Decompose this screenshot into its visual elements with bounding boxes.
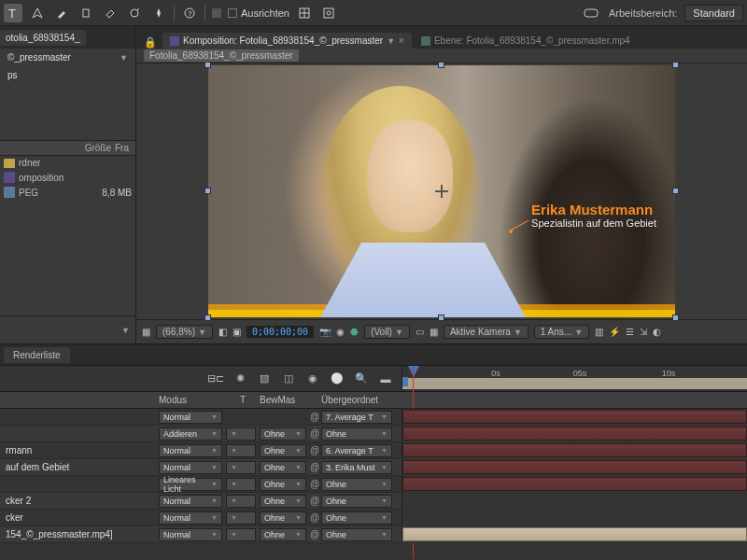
- pixel-aspect-icon[interactable]: ▥: [595, 327, 603, 337]
- pickwhip-icon[interactable]: @: [308, 529, 321, 539]
- blend-mode-dropdown[interactable]: Normal▼: [159, 411, 222, 424]
- bounds-icon[interactable]: [319, 4, 338, 22]
- timecode-display[interactable]: 0;00;00;00: [247, 326, 314, 338]
- blend-mode-dropdown[interactable]: Normal▼: [159, 511, 222, 525]
- layer-bar[interactable]: [402, 443, 747, 457]
- layer-row[interactable]: Addieren▼ ▼ Ohne▼ @ Ohne▼: [0, 426, 402, 442]
- parent-dropdown[interactable]: 6. Average T▼: [321, 444, 392, 457]
- lock-icon[interactable]: 🔒: [140, 36, 161, 49]
- parent-dropdown[interactable]: Ohne▼: [321, 427, 392, 441]
- foreground-swatch[interactable]: [211, 7, 222, 19]
- trackmatte-dropdown[interactable]: Ohne▼: [260, 528, 306, 541]
- help-icon[interactable]: ?: [180, 4, 199, 22]
- align-checkbox[interactable]: Ausrichten: [228, 7, 289, 19]
- parent-header[interactable]: Übergeordnet: [321, 395, 402, 405]
- composition-tab[interactable]: Komposition: Fotolia_68938154_©_pressmas…: [162, 33, 412, 49]
- timeline-bars[interactable]: [402, 409, 747, 543]
- layer-row[interactable]: cker 2 Normal▼ ▼ Ohne▼ @ Ohne▼: [0, 493, 402, 510]
- blend-mode-dropdown[interactable]: Normal▼: [159, 528, 222, 541]
- anchor-point-icon[interactable]: [435, 185, 448, 198]
- layer-bar[interactable]: [402, 410, 747, 424]
- pickwhip-icon[interactable]: @: [308, 512, 321, 523]
- res-full-icon[interactable]: ▣: [233, 327, 241, 337]
- text-tool[interactable]: T: [4, 4, 22, 22]
- layer-row[interactable]: 154_©_pressmaster.mp4] Normal▼ ▼ Ohne▼ @…: [0, 526, 402, 543]
- project-row[interactable]: rdner: [0, 156, 135, 170]
- parent-dropdown[interactable]: Ohne▼: [321, 495, 392, 508]
- layer-bar[interactable]: [402, 477, 747, 491]
- shy-icon[interactable]: ⊟⊏: [207, 371, 224, 387]
- show-channel-icon[interactable]: ◉: [336, 327, 345, 337]
- clone-stamp-tool[interactable]: [77, 4, 95, 22]
- pickwhip-icon[interactable]: @: [308, 496, 321, 506]
- time-ruler[interactable]: 0s 05s 10s: [402, 366, 747, 391]
- t-dropdown[interactable]: ▼: [226, 528, 256, 541]
- layer-bar[interactable]: [402, 427, 747, 441]
- timeline-icon[interactable]: ☰: [626, 327, 634, 337]
- composition-viewer[interactable]: Erika Mustermann Spezialistin auf dem Ge…: [208, 65, 675, 317]
- t-dropdown[interactable]: ▼: [226, 427, 256, 441]
- dropdown-arrow-icon[interactable]: ▼: [120, 53, 128, 63]
- layer-row[interactable]: Normal▼ @ 7. Average T▼: [0, 409, 402, 426]
- close-icon[interactable]: ×: [399, 35, 404, 46]
- zoom-dropdown[interactable]: (66,8%)▼: [156, 325, 213, 339]
- selection-handle[interactable]: [672, 315, 679, 321]
- blend-mode-dropdown[interactable]: Normal▼: [159, 461, 222, 474]
- motion-blur-icon[interactable]: ✺: [232, 371, 248, 387]
- brush-tool[interactable]: [52, 4, 71, 22]
- comp-mini-icon[interactable]: ▬: [377, 371, 394, 387]
- layer-row[interactable]: cker Normal▼ ▼ Ohne▼ @ Ohne▼: [0, 510, 402, 526]
- project-row[interactable]: PEG 8,8 MB: [0, 185, 135, 200]
- mode-header[interactable]: Modus: [159, 395, 226, 405]
- exposure-icon[interactable]: ◐: [653, 327, 661, 337]
- pickwhip-icon[interactable]: @: [308, 479, 321, 489]
- size-header[interactable]: Größe: [83, 143, 115, 153]
- trackmatte-dropdown[interactable]: Ohne▼: [260, 495, 306, 508]
- t-dropdown[interactable]: ▼: [226, 444, 256, 457]
- project-tab[interactable]: otolia_68938154_: [0, 30, 86, 46]
- parent-dropdown[interactable]: 3. Erika Must▼: [321, 461, 392, 474]
- comp-flowchart-icon[interactable]: ⇲: [640, 327, 647, 337]
- trackmatte-dropdown[interactable]: Ohne▼: [260, 427, 306, 441]
- layer-tab[interactable]: Ebene: Fotolia_68938154_©_pressmaster.mp…: [414, 33, 638, 49]
- parent-dropdown[interactable]: Ohne▼: [321, 478, 392, 491]
- selection-handle[interactable]: [438, 315, 444, 321]
- workspace-dropdown[interactable]: Standard: [684, 5, 743, 21]
- selection-handle[interactable]: [204, 188, 211, 194]
- parent-dropdown[interactable]: Ohne▼: [321, 511, 392, 525]
- parent-dropdown[interactable]: Ohne▼: [321, 528, 392, 541]
- 3d-icon[interactable]: ◫: [280, 371, 297, 387]
- pin-tool[interactable]: [149, 4, 168, 22]
- snapshot-icon[interactable]: 📷: [319, 327, 331, 337]
- trackmatte-dropdown[interactable]: Ohne▼: [260, 444, 306, 457]
- t-dropdown[interactable]: ▼: [226, 478, 256, 491]
- trackmatte-dropdown[interactable]: Ohne▼: [260, 478, 306, 491]
- t-dropdown[interactable]: ▼: [226, 461, 256, 474]
- graph-editor-icon[interactable]: ⚪: [329, 371, 345, 387]
- blend-mode-dropdown[interactable]: Lineares Licht▼: [159, 478, 222, 491]
- render-queue-tab[interactable]: Renderliste: [4, 347, 70, 363]
- grid-icon[interactable]: ▦: [142, 327, 150, 337]
- selection-handle[interactable]: [672, 188, 679, 194]
- pen-tool[interactable]: [28, 4, 47, 22]
- blend-mode-dropdown[interactable]: Normal▼: [159, 495, 222, 508]
- t-dropdown[interactable]: ▼: [226, 511, 256, 525]
- blend-mode-dropdown[interactable]: Addieren▼: [159, 427, 222, 441]
- selection-handle[interactable]: [438, 62, 444, 68]
- roi-icon[interactable]: ▭: [416, 327, 424, 337]
- eraser-tool[interactable]: [101, 4, 120, 22]
- res-half-icon[interactable]: ◧: [218, 327, 227, 337]
- blend-mode-dropdown[interactable]: Normal▼: [159, 444, 222, 457]
- trackmatte-header[interactable]: BewMas: [260, 395, 321, 405]
- views-dropdown[interactable]: 1 Ans...▼: [534, 325, 589, 339]
- frame-header[interactable]: Fra: [115, 143, 132, 153]
- panel-scroll-icon[interactable]: ▼: [121, 326, 130, 335]
- trackmatte-dropdown[interactable]: Ohne▼: [260, 461, 306, 474]
- draft-3d-icon[interactable]: ◉: [304, 371, 321, 387]
- t-dropdown[interactable]: ▼: [226, 495, 256, 508]
- layer-row[interactable]: Lineares Licht▼ ▼ Ohne▼ @ Ohne▼: [0, 476, 402, 493]
- transparency-grid-icon[interactable]: ▦: [430, 327, 438, 337]
- layer-row[interactable]: rmann Normal▼ ▼ Ohne▼ @ 6. Average T▼: [0, 442, 402, 459]
- pickwhip-icon[interactable]: @: [308, 428, 321, 439]
- search-icon[interactable]: 🔍: [353, 371, 370, 387]
